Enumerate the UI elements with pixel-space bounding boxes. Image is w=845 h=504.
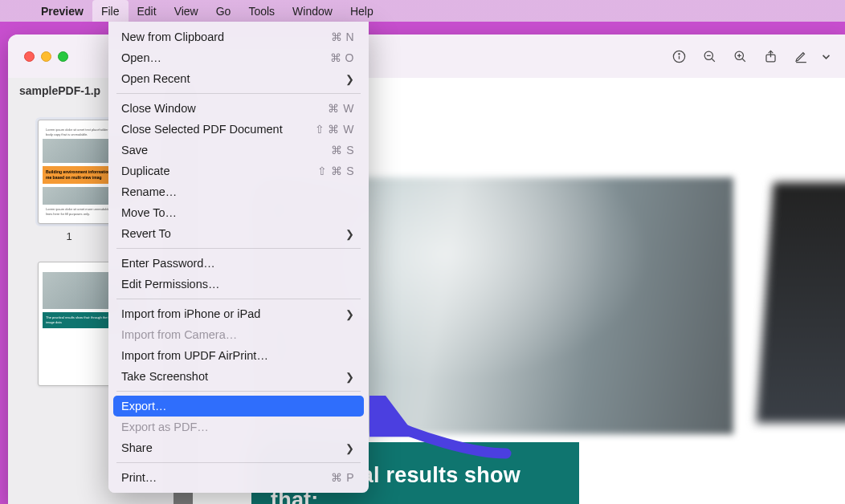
menu-import-updf[interactable]: Import from UPDF AirPrint…: [113, 345, 364, 366]
menu-go[interactable]: Go: [207, 0, 240, 22]
markup-button[interactable]: [786, 44, 816, 68]
menu-help[interactable]: Help: [341, 0, 382, 22]
document-tab[interactable]: samplePDF-1.p: [8, 78, 112, 104]
menu-print[interactable]: Print…⌘ P: [113, 467, 364, 488]
menu-import-iphone[interactable]: Import from iPhone or iPad❯: [113, 303, 364, 324]
fullscreen-window-button[interactable]: [58, 51, 68, 62]
toolbar-overflow-button[interactable]: [816, 44, 835, 68]
menu-share[interactable]: Share❯: [113, 437, 364, 458]
menubar: Preview File Edit View Go Tools Window H…: [0, 0, 845, 22]
menu-tools[interactable]: Tools: [239, 0, 284, 22]
menu-enter-password[interactable]: Enter Password…: [113, 253, 364, 274]
menu-file[interactable]: File: [92, 0, 129, 22]
menu-take-screenshot[interactable]: Take Screenshot❯: [113, 366, 364, 387]
svg-line-7: [742, 59, 745, 62]
svg-point-2: [678, 53, 679, 54]
close-window-button[interactable]: [24, 51, 35, 62]
menu-export-as-pdf: Export as PDF…: [113, 417, 364, 437]
menu-new-from-clipboard[interactable]: New from Clipboard⌘ N: [113, 26, 364, 47]
menu-edit[interactable]: Edit: [129, 0, 165, 22]
chevron-right-icon: ❯: [345, 73, 354, 85]
svg-line-4: [712, 59, 715, 62]
menu-view[interactable]: View: [165, 0, 207, 22]
menu-duplicate[interactable]: Duplicate⇧ ⌘ S: [113, 161, 364, 181]
page-number-label: 1: [66, 230, 71, 242]
menu-close-selected[interactable]: Close Selected PDF Document⇧ ⌘ W: [113, 119, 364, 140]
file-menu-dropdown: New from Clipboard⌘ N Open…⌘ O Open Rece…: [108, 22, 369, 493]
menu-close-window[interactable]: Close Window⌘ W: [113, 98, 364, 119]
chevron-right-icon: ❯: [345, 371, 354, 383]
chevron-right-icon: ❯: [345, 308, 354, 320]
zoom-out-button[interactable]: [694, 44, 725, 68]
menu-window[interactable]: Window: [284, 0, 341, 22]
menu-edit-permissions[interactable]: Edit Permissions…: [113, 274, 364, 295]
traffic-lights: [24, 51, 68, 62]
menu-revert-to[interactable]: Revert To❯: [113, 223, 364, 244]
info-button[interactable]: [663, 44, 694, 68]
menu-move-to[interactable]: Move To…: [113, 202, 364, 223]
menu-import-camera: Import from Camera…: [113, 324, 364, 345]
page-photo: [757, 182, 845, 423]
chevron-right-icon: ❯: [345, 228, 354, 240]
minimize-window-button[interactable]: [41, 51, 51, 62]
zoom-in-button[interactable]: [725, 44, 755, 68]
app-name[interactable]: Preview: [32, 0, 92, 22]
chevron-right-icon: ❯: [345, 442, 354, 454]
menu-export[interactable]: Export…: [113, 396, 364, 417]
menu-open-recent[interactable]: Open Recent❯: [113, 68, 364, 89]
menu-open[interactable]: Open…⌘ O: [113, 47, 364, 68]
menu-save[interactable]: Save⌘ S: [113, 140, 364, 161]
share-button[interactable]: [755, 44, 786, 68]
menu-rename[interactable]: Rename…: [113, 181, 364, 202]
